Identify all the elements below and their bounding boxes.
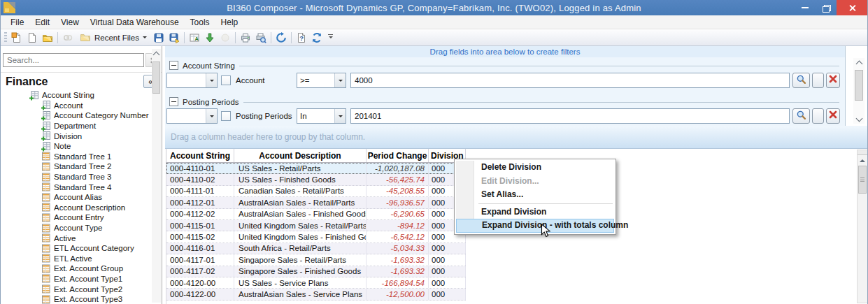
tree-item-account-description[interactable]: Account Description [1, 203, 162, 213]
scroll-up-icon[interactable] [152, 49, 161, 59]
column-header-account-description[interactable]: Account Description [234, 149, 367, 162]
tree-item-standard-tree-3[interactable]: Standard Tree 3 [1, 172, 162, 182]
open-folder-icon[interactable] [40, 31, 55, 45]
tree-item-note[interactable]: Note [1, 141, 162, 152]
tree-item-etl-account-category[interactable]: ETL Account Category [1, 243, 162, 254]
close-button[interactable] [837, 0, 867, 15]
export-grid-icon[interactable]: A [187, 31, 202, 45]
import-green-arrow-icon[interactable] [202, 31, 218, 45]
grid-row[interactable]: 000-4110-01US Sales - Retail/Parts-1,020… [166, 163, 466, 174]
tree-item-ext-account-type1[interactable]: Ext. Account Type1 [1, 274, 162, 284]
cell-account-description: AustralAsian Sales - Service Plans [234, 289, 367, 299]
blank-page-icon[interactable] [24, 31, 40, 45]
tree-item-department[interactable]: Department [1, 121, 162, 131]
filter-scrollbar[interactable] [853, 58, 865, 124]
tree-scrollbar[interactable] [152, 49, 161, 303]
minimize-button[interactable] [795, 0, 816, 15]
tree-item-account-entry[interactable]: Account Entry [1, 212, 162, 223]
grid-row[interactable]: 000-4117-02Singapore Sales - Finished Go… [166, 266, 466, 277]
search-input[interactable] [3, 53, 144, 67]
column-header-period-change[interactable]: Period Change [367, 149, 429, 162]
tree-item-ext-account-type2[interactable]: Ext. Account Type2 [1, 284, 162, 294]
grid-row[interactable]: 000-4117-01Singapore Sales - Retail/Part… [166, 254, 466, 266]
recent-files-button[interactable]: Recent Files [76, 31, 151, 45]
tree-item-standard-tree-1[interactable]: Standard Tree 1 [1, 152, 162, 162]
menu-item-help[interactable]: Help [215, 15, 244, 29]
tree-item-account-alias[interactable]: Account Alias [1, 192, 162, 203]
tree-item-etl-active[interactable]: ETL Active [1, 254, 162, 264]
grid-row[interactable]: 000-4111-01Canadian Sales - Retail/Parts… [166, 186, 466, 197]
restore-button[interactable] [816, 0, 837, 15]
tree-scrollbar-thumb[interactable] [152, 61, 160, 94]
grid-scrollbar[interactable] [857, 150, 867, 303]
lookup-button[interactable] [792, 108, 810, 124]
filter-panel: Drag fields into area below to create fi… [165, 46, 846, 126]
help-icon[interactable]: ? [294, 31, 309, 45]
tree-item-account-type[interactable]: Account Type [1, 223, 162, 233]
grid-row[interactable]: 000-4115-01United Kingdom Sales - Retail… [166, 220, 466, 231]
attribute-table-icon [41, 223, 51, 233]
toolbar-grip[interactable] [4, 32, 7, 43]
grid-row[interactable]: 000-4116-01South Africa - Retail/Parts-5… [166, 243, 466, 254]
filter-checkbox[interactable] [221, 75, 231, 85]
scroll-up-icon[interactable] [853, 58, 865, 68]
lookup-button[interactable] [792, 73, 810, 88]
collapse-group-icon[interactable] [169, 61, 178, 70]
cell-period-change: -166,894.54 [367, 277, 429, 288]
tree-item-ext-account-group[interactable]: Ext. Account Group [1, 263, 162, 274]
filter-value-input[interactable] [350, 73, 790, 88]
conjunction-select[interactable] [166, 108, 218, 124]
filter-value-input[interactable] [350, 108, 790, 124]
scrollbar-grip[interactable] [858, 150, 867, 155]
options-button[interactable] [812, 108, 824, 124]
toolbar-overflow-button[interactable] [326, 31, 336, 45]
filter-scrollbar-thumb[interactable] [855, 70, 863, 101]
grid-row[interactable]: 000-4120-00US Sales - Service Plans-166,… [166, 277, 466, 289]
grid-row[interactable]: 000-4115-02United Kingdom Sales - Finish… [166, 231, 466, 243]
process-gear-icon[interactable] [273, 31, 289, 45]
attribute-table-icon [41, 202, 51, 212]
context-menu-item-set-alias[interactable]: Set Alias... [456, 188, 614, 202]
tree-item-standard-tree-4[interactable]: Standard Tree 4 [1, 182, 162, 192]
remove-filter-button[interactable] [826, 108, 840, 124]
grid-row[interactable]: 000-4112-01AustralAsian Sales - Retail/P… [166, 197, 466, 208]
context-menu-item-delete-division[interactable]: Delete Division [456, 161, 614, 175]
remove-filter-button[interactable] [826, 73, 840, 88]
refresh-icon[interactable] [309, 31, 325, 45]
save-icon[interactable] [151, 31, 166, 45]
tree-item-standard-tree-2[interactable]: Standard Tree 2 [1, 161, 162, 172]
scroll-up-icon[interactable] [858, 155, 867, 165]
operator-select[interactable]: In [297, 108, 346, 124]
menu-item-view[interactable]: View [55, 15, 85, 29]
scroll-down-icon[interactable] [853, 114, 865, 124]
grid-row[interactable]: 000-4110-02US Sales - Finished Goods-56,… [166, 174, 466, 185]
tree-item-division[interactable]: Division [1, 131, 162, 141]
conjunction-select[interactable] [166, 73, 218, 88]
menu-item-virtual-data-warehouse[interactable]: Virtual Data Warehouse [85, 15, 185, 29]
print-preview-icon[interactable] [253, 31, 269, 45]
menu-item-tools[interactable]: Tools [185, 15, 215, 29]
svg-text:A: A [194, 36, 199, 42]
tree-item-ext-account-type3[interactable]: Ext. Account Type3 [1, 294, 162, 304]
collapse-group-icon[interactable] [169, 97, 178, 106]
context-menu-item-expand-division[interactable]: Expand Division [456, 205, 614, 219]
tree-item-active[interactable]: Active [1, 233, 162, 243]
new-file-icon[interactable] [9, 31, 24, 45]
grid-scrollbar-thumb[interactable] [858, 166, 867, 194]
tree-item-account-string[interactable]: Account String [1, 90, 162, 101]
group-by-drop-zone[interactable]: Drag a column header here to group by th… [165, 126, 867, 149]
print-icon[interactable] [238, 31, 253, 45]
menu-item-file[interactable]: File [5, 15, 29, 29]
tree-item-account-category-number[interactable]: Account Category Number [1, 110, 162, 121]
grid-row[interactable]: 000-4112-02AustralAsian Sales - Finished… [166, 209, 466, 220]
options-button[interactable] [812, 73, 824, 88]
column-header-account-string[interactable]: Account String [166, 149, 234, 162]
filter-checkbox[interactable] [221, 111, 231, 121]
grid-row[interactable]: 000-4122-00AustralAsian Sales - Service … [166, 289, 466, 300]
menu-item-edit[interactable]: Edit [29, 15, 55, 29]
operator-select[interactable]: >= [297, 73, 346, 88]
tree-item-account[interactable]: Account [1, 101, 162, 111]
context-menu-item-expand-division-with-totals-column[interactable]: Expand Division - with totals column [456, 219, 614, 233]
toolbar-separator [291, 32, 292, 43]
save-all-icon[interactable] [166, 31, 182, 45]
